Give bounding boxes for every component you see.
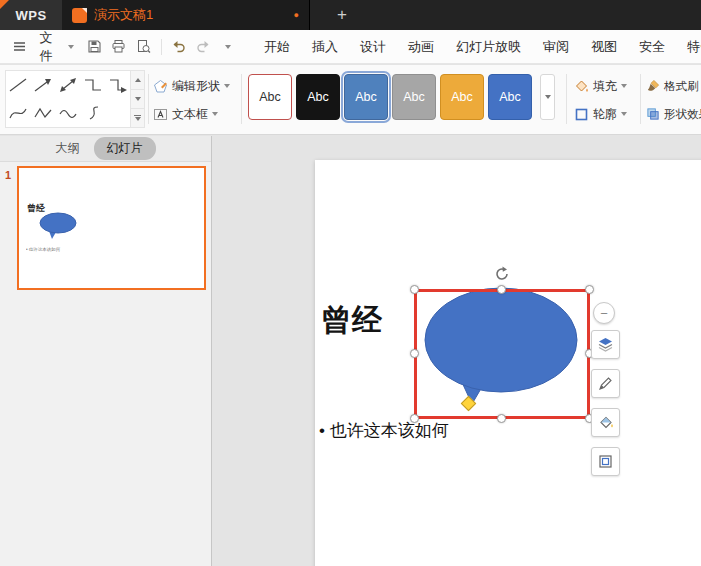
redo-button[interactable] — [192, 35, 214, 59]
ribbon: 编辑形状 文本框 Abc Abc Abc Abc Abc — [0, 65, 701, 135]
shape-selection-box[interactable] — [414, 289, 590, 419]
print-preview-button[interactable] — [132, 35, 154, 59]
selection-handle[interactable] — [410, 349, 419, 358]
textbox-label: 文本框 — [172, 106, 208, 123]
tab-animation[interactable]: 动画 — [397, 30, 445, 63]
print-button[interactable] — [108, 35, 130, 59]
outline-label: 轮廓 — [593, 106, 617, 123]
arrange-layers-button[interactable] — [591, 330, 620, 359]
shape-effects-icon — [646, 107, 660, 121]
selection-handle[interactable] — [410, 285, 419, 294]
chevron-down-icon — [621, 112, 627, 116]
shape-tool-elbow-arrow[interactable] — [105, 71, 130, 99]
shape-tool-double-arrow[interactable] — [56, 71, 81, 99]
slides-panel: 大纲 幻灯片 1 曾经 • 也许这本该如何 — [0, 136, 212, 566]
tab-slides-pane[interactable]: 幻灯片 — [94, 137, 156, 160]
tab-outline-pane[interactable]: 大纲 — [56, 140, 80, 157]
file-menu-button[interactable]: 文件 — [32, 35, 81, 59]
outline-button[interactable]: 轮廓 — [574, 104, 627, 124]
format-painter-brush-icon — [646, 79, 660, 93]
save-button[interactable] — [83, 35, 105, 59]
slide-thumbnail[interactable]: 曾经 • 也许这本该如何 — [17, 166, 206, 290]
thumbnail-list: 1 曾经 • 也许这本该如何 — [0, 162, 211, 566]
modified-dot-icon: ● — [294, 11, 299, 20]
shape-gallery-scroll — [131, 70, 145, 128]
gallery-scroll-down-button[interactable] — [131, 90, 144, 109]
selection-handle[interactable] — [497, 285, 506, 294]
quick-fill-button[interactable] — [591, 408, 620, 437]
slide-title-text[interactable]: 曾经 — [321, 300, 383, 341]
shape-style-option[interactable]: Abc — [488, 74, 532, 120]
tab-security[interactable]: 安全 — [628, 30, 676, 63]
titlebar: WPS 演示文稿1 ● + — [0, 0, 701, 30]
preview-magnifier-icon — [136, 39, 151, 54]
global-menu-button[interactable] — [8, 35, 30, 59]
shape-tool-wave[interactable] — [56, 99, 81, 127]
frame-icon — [597, 453, 614, 470]
gallery-more-button[interactable] — [131, 109, 144, 127]
ribbon-divider — [566, 74, 567, 124]
toolbar-more-button[interactable] — [217, 35, 239, 59]
shape-style-label: Abc — [307, 90, 329, 104]
shape-style-option[interactable]: Abc — [296, 74, 340, 120]
tab-design[interactable]: 设计 — [349, 30, 397, 63]
new-tab-button[interactable]: + — [328, 0, 356, 30]
menubar: 文件 开始 插入 设计 — [0, 30, 701, 64]
shape-style-option[interactable]: Abc — [440, 74, 484, 120]
shape-tool-elbow-connector[interactable] — [80, 71, 105, 99]
pen-icon — [597, 375, 614, 392]
more-bar-icon — [134, 115, 141, 117]
slide-number: 1 — [5, 169, 11, 181]
triangle-down-icon — [135, 117, 141, 121]
shape-style-label: Abc — [259, 90, 281, 104]
toolbar-divider — [161, 39, 162, 55]
tab-view[interactable]: 视图 — [580, 30, 628, 63]
gallery-scroll-up-button[interactable] — [131, 71, 144, 90]
tab-special-features[interactable]: 特色功能 — [676, 30, 701, 63]
shape-tool-curve[interactable] — [6, 99, 31, 127]
shape-effects-button[interactable]: 形状效果 — [646, 104, 701, 124]
shape-tool-freeform[interactable] — [31, 99, 56, 127]
triangle-down-icon — [545, 95, 551, 99]
tab-home[interactable]: 开始 — [253, 30, 301, 63]
ribbon-divider — [241, 74, 242, 124]
slide-bullet-text[interactable]: • 也许这本该如何 — [319, 419, 449, 442]
shape-style-label: Abc — [355, 90, 377, 104]
shape-style-option[interactable]: Abc — [248, 74, 292, 120]
file-menu-label: 文件 — [39, 29, 63, 65]
frame-outline-button[interactable] — [591, 447, 620, 476]
shape-tool-arrow[interactable] — [31, 71, 56, 99]
wps-logo-label: WPS — [15, 8, 46, 23]
edit-shape-button[interactable]: 编辑形状 — [153, 76, 230, 96]
shape-style-more-button[interactable] — [540, 74, 555, 120]
slide-page[interactable]: 曾经 • 也许这本该如何 — [315, 160, 701, 566]
edit-shape-icon — [153, 79, 168, 94]
outline-square-icon — [574, 107, 589, 122]
fill-bucket-icon — [597, 414, 614, 431]
shape-style-option[interactable]: Abc — [392, 74, 436, 120]
corner-accent-icon — [0, 0, 9, 9]
shape-tool-scribble[interactable] — [80, 99, 105, 127]
shape-style-option-selected[interactable]: Abc — [344, 74, 388, 120]
document-tab[interactable]: 演示文稿1 ● — [62, 0, 310, 30]
tab-slideshow[interactable]: 幻灯片放映 — [445, 30, 532, 63]
editing-canvas[interactable]: 曾经 • 也许这本该如何 — [213, 136, 701, 566]
wps-logo-button[interactable]: WPS — [0, 0, 62, 30]
selection-handle[interactable] — [497, 414, 506, 423]
selection-handle[interactable] — [585, 285, 594, 294]
tab-insert[interactable]: 插入 — [301, 30, 349, 63]
format-painter-button[interactable]: 格式刷 — [646, 76, 699, 96]
tab-review[interactable]: 审阅 — [532, 30, 580, 63]
shape-style-label: Abc — [499, 90, 521, 104]
rotate-handle-icon[interactable] — [494, 266, 510, 282]
chevron-down-icon — [212, 112, 218, 116]
collapse-toolbar-button[interactable]: − — [593, 302, 615, 324]
layers-icon — [597, 336, 614, 353]
style-pen-button[interactable] — [591, 369, 620, 398]
chevron-down-icon — [224, 84, 230, 88]
shape-tool-line[interactable] — [6, 71, 31, 99]
undo-button[interactable] — [168, 35, 190, 59]
presentation-file-icon — [72, 8, 87, 23]
textbox-button[interactable]: 文本框 — [153, 104, 218, 124]
fill-button[interactable]: 填充 — [574, 76, 627, 96]
